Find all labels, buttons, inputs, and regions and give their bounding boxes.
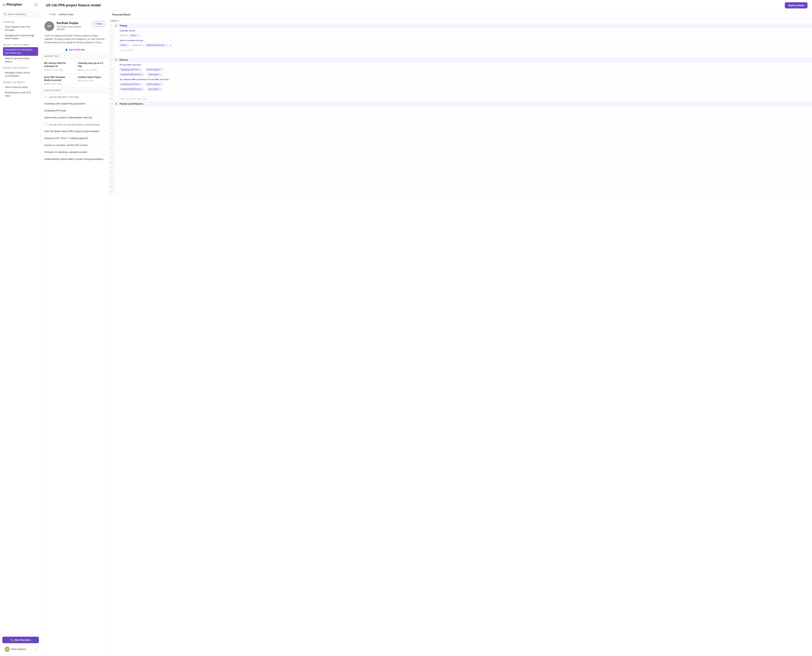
bio-text: I work on helping fund Solar Finance pro…	[44, 34, 104, 44]
annotation-model-name-0: SOLAR PROJECT (TESTER)	[49, 96, 79, 98]
row-num-34: 34	[109, 184, 114, 189]
model-dropdown[interactable]: Model ▾	[109, 19, 812, 23]
expand-8[interactable]	[114, 57, 118, 62]
section-label-timing: Timing	[119, 25, 127, 27]
main-area: US C&I PPA project finance model Deploy …	[41, 0, 812, 656]
commercial-ops-label[interactable]: Start of commercial ops ›	[119, 39, 144, 42]
dates-tag-3[interactable]: Dates ···	[130, 34, 139, 37]
capex-tag-14[interactable]: Total CapEx ···	[147, 88, 162, 91]
user-menu[interactable]: OB Oliver Beavers ▾	[2, 645, 39, 654]
narrative-card-2[interactable]: Solar PPA Valuation Model (Levered) Writ…	[41, 73, 75, 87]
row-19: 19	[109, 111, 812, 116]
narrative-card-3[interactable]: Another Solar Project Written Jun 2023	[75, 73, 109, 87]
inverter-tag-13[interactable]: Inverter Budget ···	[145, 83, 163, 86]
row-34: 34	[109, 184, 812, 189]
opcf-tag-10[interactable]: Operating Cash Flow ···	[119, 68, 142, 71]
new-narrative-label: New Narrative	[14, 639, 31, 641]
annotation-text-1-0: How Fair Market Value (FMV) impacts proj…	[44, 130, 99, 133]
om-reserve-tag-14[interactable]: Expected O&M Reserve···	[119, 88, 144, 91]
row-content-32	[118, 175, 812, 179]
sidebar-section-project-dev: PROJECT DEVELOPMENT Foundations for deve…	[0, 42, 41, 65]
model-label: Model	[111, 20, 117, 22]
annotation-item-0-1[interactable]: Evaluating PPA Deals ›	[41, 107, 109, 114]
expand-19	[114, 111, 118, 116]
commercial-ops-tag-5[interactable]: Commercial ops date ···	[145, 44, 168, 46]
expand-34	[114, 184, 118, 189]
sidebar-item-managing-models[interactable]: Managing models across counterparties	[3, 70, 38, 79]
narrative-date-1: Written Jun 21, 2023	[78, 69, 106, 71]
expand-12	[114, 77, 118, 82]
deploy-model-button[interactable]: Deploy Model	[785, 2, 807, 8]
expand-17[interactable]	[114, 101, 118, 106]
expand-28	[114, 155, 118, 160]
annotation-item-0-0[interactable]: Evaluating solar engineering approaches …	[41, 100, 109, 107]
tax-eff-irr-label[interactable]: Tax efficient IRR cash flows Pre-tax IRR…	[119, 78, 169, 80]
dates-tag-5[interactable]: Dates ···	[119, 44, 129, 46]
row-28: 28	[109, 155, 812, 160]
row-content-12: Tax efficient IRR cash flows Pre-tax IRR…	[118, 77, 812, 82]
annotation-item-1-1[interactable]: Nuances of the "Cost +" modeling approac…	[41, 135, 109, 142]
annotation-item-0-2[interactable]: Determining a project's underwritiable u…	[41, 114, 109, 121]
narrative-card-0[interactable]: IRC Section 6418 for individual TE Writt…	[41, 59, 75, 73]
row-content-24	[118, 136, 812, 140]
inverter-tag-10[interactable]: Inverter Budget ···	[145, 68, 163, 71]
financial-panel: Financial Model Model ▾ 1 Timing 2	[109, 11, 812, 656]
logo-icon: ▷	[3, 3, 5, 6]
om-reserve-tag-11[interactable]: Expected O&M Reserve···	[119, 73, 144, 76]
search-icon: 🔍	[4, 13, 6, 15]
annotation-arrow-1-1: ›	[105, 137, 106, 139]
sidebar-item-navigating[interactable]: Navigating the model through return metr…	[3, 33, 38, 42]
logo-text: Phosphor	[6, 3, 22, 6]
row-15: 15	[109, 92, 812, 97]
row-content-23	[118, 131, 812, 135]
profile-panel: ← / Profile / Sarthak Gupta SG Sarthak G…	[41, 11, 109, 656]
annotation-item-1-3[interactable]: Principles for selecting a valuation pro…	[41, 149, 109, 156]
row-content-5: Dates ··· = EOMONTH ( Commercial ops dat…	[118, 43, 812, 48]
narrative-title-2: Solar PPA Valuation Model (Levered)	[44, 76, 72, 82]
expand-13	[114, 82, 118, 87]
capex-tag-11[interactable]: Total CapEx ···	[147, 73, 162, 76]
back-icon[interactable]: ←	[44, 13, 46, 16]
row-num-24: 24	[109, 136, 114, 140]
narrative-card-1[interactable]: Claiming step up on a T-Flip Written Jun…	[75, 59, 109, 73]
annotation-item-1-2[interactable]: Income vs cost basis, and the 20% concer…	[41, 142, 109, 149]
annotation-item-1-0[interactable]: How Fair Market Value (FMV) impacts proj…	[41, 128, 109, 135]
row-num-14: 14	[109, 87, 114, 91]
dash-11: –	[145, 73, 146, 76]
row-num-26: 26	[109, 145, 114, 150]
new-narrative-button[interactable]: ✏️ New Narrative	[2, 637, 39, 643]
row-27: 27	[109, 150, 812, 155]
pretax-irr-label[interactable]: Pre-tax IRR cash flow ›	[119, 64, 142, 66]
sidebar-item-raise-tax-equity[interactable]: How to raise tax equity	[3, 85, 38, 90]
see-full-profile-link[interactable]: 👤 See Full Profile	[41, 46, 109, 53]
expand-1[interactable]	[114, 23, 118, 28]
expand-22	[114, 126, 118, 131]
expand-25	[114, 141, 118, 145]
expand-32	[114, 175, 118, 179]
suffix-5: , 0)	[169, 44, 172, 46]
annotation-text-0-1: Evaluating PPA Deals	[44, 109, 66, 112]
sidebar-item-solar-valuation[interactable]: Solar Valuation from First Principles	[3, 24, 38, 33]
sidebar-item-foundations[interactable]: Foundations for developers and climate t…	[3, 47, 38, 56]
row-9: 9 Pre-tax IRR cash flow ›	[109, 62, 812, 67]
annotation-item-1-4[interactable]: Understanding contract dates & project t…	[41, 156, 109, 163]
sidebar-item-minimizing-itc[interactable]: Minimizing tax credit (ITC) value	[3, 90, 38, 99]
expand-29	[114, 160, 118, 165]
search-input[interactable]	[2, 12, 39, 17]
sidebar-item-solar-land[interactable]: Solar for land/real estate owners	[3, 56, 38, 65]
expand-icon-1	[116, 25, 117, 27]
row-num-15: 15	[109, 92, 114, 96]
calendar-month-label[interactable]: Calendar month ›	[119, 29, 136, 32]
doc-icon-0: 📄	[44, 96, 48, 98]
expand-icon-8	[115, 59, 117, 60]
expand-3	[114, 33, 118, 38]
row-4: 4 Start of commercial ops ›	[109, 38, 812, 43]
sidebar-collapse-button[interactable]: ❮	[34, 3, 38, 6]
expand-33	[114, 179, 118, 184]
narrative-date-2: Written Jun 4, 2023	[44, 83, 72, 85]
row-content-7	[118, 53, 812, 57]
row-num-17: 17	[109, 101, 114, 106]
follow-button[interactable]: Follow	[92, 21, 106, 26]
opcf-tag-13[interactable]: Operating Cash Flow ···	[119, 83, 142, 86]
spreadsheet: 1 Timing 2 Calendar month ›	[109, 23, 812, 656]
